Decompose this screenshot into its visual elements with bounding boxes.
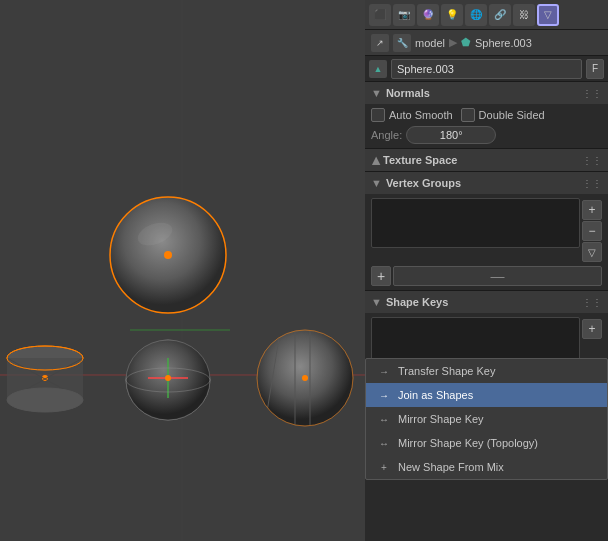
toolbar-icon-sphere[interactable]: 🔮	[417, 4, 439, 26]
svg-point-6	[164, 251, 172, 259]
dropdown-item-transfer[interactable]: → Transfer Shape Key	[366, 359, 607, 383]
vertex-groups-section: ▼ Vertex Groups ⋮⋮ + − ▽ + —	[365, 172, 608, 291]
vertex-groups-assign-btn[interactable]: +	[371, 266, 391, 286]
toolbar-icon-link1[interactable]: 🔗	[489, 4, 511, 26]
dropdown-item-mirror[interactable]: ↔ Mirror Shape Key	[366, 407, 607, 431]
shape-keys-title: Shape Keys	[386, 296, 582, 308]
angle-label: Angle:	[371, 129, 402, 141]
toolbar-icon-world[interactable]: 🌐	[465, 4, 487, 26]
toolbar-icon-data[interactable]: ▽	[537, 4, 559, 26]
vertex-groups-body: + − ▽ + —	[365, 194, 608, 290]
normals-checkboxes-row: Auto Smooth Double Sided	[371, 108, 602, 122]
dropdown-new-mix-icon: +	[376, 459, 392, 475]
normals-section: ▼ Normals ⋮⋮ Auto Smooth Double Sided A	[365, 82, 608, 149]
texture-space-title: Texture Space	[383, 154, 582, 166]
angle-row: Angle: 180°	[371, 126, 602, 144]
texture-space-arrow: ▶	[369, 156, 382, 164]
toolbar-icon-link2[interactable]: ⛓	[513, 4, 535, 26]
panel-scroll[interactable]: ▼ Normals ⋮⋮ Auto Smooth Double Sided A	[365, 82, 608, 541]
normals-header[interactable]: ▼ Normals ⋮⋮	[365, 82, 608, 104]
vertex-groups-arrow: ▼	[371, 177, 382, 189]
breadcrumb-sep: ▶	[449, 36, 457, 49]
shape-keys-body: + + — ▽ → Transfer Shape Key → J	[365, 313, 608, 395]
vertex-groups-remove-btn[interactable]: −	[582, 221, 602, 241]
vertex-groups-add-btn[interactable]: +	[582, 200, 602, 220]
normals-body: Auto Smooth Double Sided Angle: 180°	[365, 104, 608, 148]
dropdown-item-new-mix[interactable]: + New Shape From Mix	[366, 455, 607, 479]
toolbar-icon-camera[interactable]: 📷	[393, 4, 415, 26]
properties-panel: ⬛ 📷 🔮 💡 🌐 🔗 ⛓ ▽ ↗ 🔧 model ▶ ⬟ Sphere.003…	[365, 0, 608, 541]
auto-smooth-label: Auto Smooth	[389, 109, 453, 121]
vertex-groups-header[interactable]: ▼ Vertex Groups ⋮⋮	[365, 172, 608, 194]
texture-space-section: ▶ Texture Space ⋮⋮	[365, 149, 608, 172]
shape-keys-dots: ⋮⋮	[582, 297, 602, 308]
double-sided-item: Double Sided	[461, 108, 545, 122]
dropdown-new-mix-label: New Shape From Mix	[398, 461, 504, 473]
texture-space-dots: ⋮⋮	[582, 155, 602, 166]
svg-point-21	[165, 375, 171, 381]
dropdown-mirror-label: Mirror Shape Key	[398, 413, 484, 425]
shape-keys-dropdown: → Transfer Shape Key → Join as Shapes ↔ …	[365, 358, 608, 480]
breadcrumb-object: Sphere.003	[475, 37, 532, 49]
object-name-bar: ▲ F	[365, 56, 608, 82]
object-type-icon: ▲	[369, 60, 387, 78]
normals-arrow: ▼	[371, 87, 382, 99]
shape-keys-add-btn[interactable]: +	[582, 319, 602, 339]
dropdown-transfer-icon: →	[376, 363, 392, 379]
vertex-groups-list[interactable]	[371, 198, 580, 248]
shape-keys-header[interactable]: ▼ Shape Keys ⋮⋮	[365, 291, 608, 313]
dropdown-mirror-icon: ↔	[376, 411, 392, 427]
vertex-groups-bottom: + —	[371, 266, 602, 286]
shape-keys-section: ▼ Shape Keys ⋮⋮ + + — ▽	[365, 291, 608, 396]
normals-title: Normals	[386, 87, 582, 99]
double-sided-checkbox[interactable]	[461, 108, 475, 122]
vertex-groups-separator: —	[393, 266, 602, 286]
texture-space-header[interactable]: ▶ Texture Space ⋮⋮	[365, 149, 608, 171]
dropdown-join-icon: →	[376, 387, 392, 403]
auto-smooth-checkbox[interactable]	[371, 108, 385, 122]
shape-keys-arrow: ▼	[371, 296, 382, 308]
panel-toolbar: ⬛ 📷 🔮 💡 🌐 🔗 ⛓ ▽	[365, 0, 608, 30]
viewport[interactable]	[0, 0, 365, 541]
object-name-input[interactable]	[391, 59, 582, 79]
double-sided-label: Double Sided	[479, 109, 545, 121]
dropdown-transfer-label: Transfer Shape Key	[398, 365, 495, 377]
dropdown-mirror-topo-label: Mirror Shape Key (Topology)	[398, 437, 538, 449]
svg-point-15	[7, 388, 83, 412]
f-button[interactable]: F	[586, 59, 604, 79]
dropdown-item-join[interactable]: → Join as Shapes	[366, 383, 607, 407]
svg-point-28	[302, 375, 308, 381]
vertex-groups-side-btns: + − ▽	[582, 198, 602, 264]
breadcrumb-icon-sphere: ⬟	[461, 36, 471, 49]
angle-field[interactable]: 180°	[406, 126, 496, 144]
vertex-groups-title: Vertex Groups	[386, 177, 582, 189]
toolbar-icon-mesh[interactable]: ⬛	[369, 4, 391, 26]
breadcrumb-icon-arrow[interactable]: ↗	[371, 34, 389, 52]
breadcrumb-model: model	[415, 37, 445, 49]
toolbar-icon-light[interactable]: 💡	[441, 4, 463, 26]
vertex-groups-special-btn[interactable]: ▽	[582, 242, 602, 262]
vertex-groups-dots: ⋮⋮	[582, 178, 602, 189]
breadcrumb-icon-wrench[interactable]: 🔧	[393, 34, 411, 52]
dropdown-item-mirror-topo[interactable]: ↔ Mirror Shape Key (Topology)	[366, 431, 607, 455]
auto-smooth-item: Auto Smooth	[371, 108, 453, 122]
breadcrumb: ↗ 🔧 model ▶ ⬟ Sphere.003	[365, 30, 608, 56]
normals-dots: ⋮⋮	[582, 88, 602, 99]
dropdown-mirror-topo-icon: ↔	[376, 435, 392, 451]
dropdown-join-label: Join as Shapes	[398, 389, 473, 401]
